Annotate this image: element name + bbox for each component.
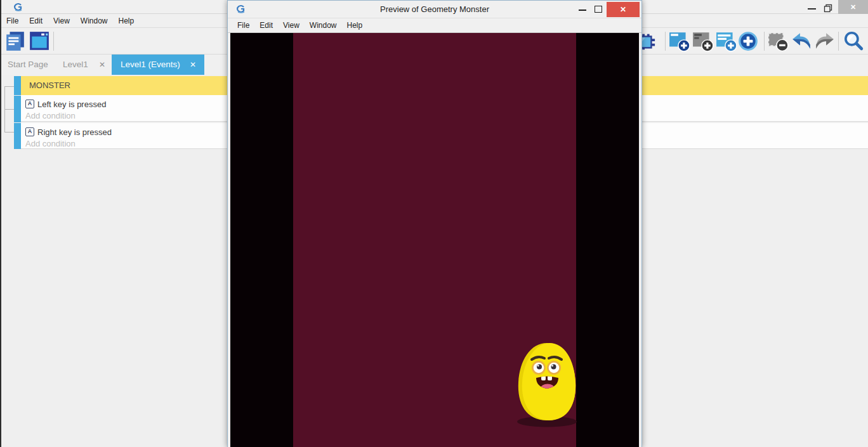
tab-level1[interactable]: Level1 [63,55,88,75]
menu-file[interactable]: File [5,16,20,25]
tab-level1-events-label: Level1 (Events) [121,55,180,75]
event-drag-handle[interactable] [14,76,21,95]
gdevelop-logo-icon [235,4,246,14]
add-other-event-icon[interactable] [737,30,759,52]
minimize-button[interactable] [808,8,816,10]
event-tree-line [4,86,14,87]
event-drag-handle[interactable] [14,96,21,122]
main-window-left-border [0,0,1,447]
event-group-label: MONSTER [29,76,70,95]
toolbar-separator [764,32,765,51]
add-event-icon[interactable] [669,30,690,52]
undo-icon[interactable] [791,30,812,52]
condition-text: Right key is pressed [37,127,112,137]
search-icon[interactable] [843,30,864,52]
redo-icon[interactable] [814,30,836,52]
project-events-icon[interactable] [4,30,26,52]
keyboard-key-icon: A [25,100,34,108]
preview-menubar: File Edit View Window Help [228,18,641,33]
preview-window: Preview of Geometry Monster ✕ File Edit … [227,0,642,447]
keyboard-key-icon: A [25,127,34,136]
close-button[interactable]: ✕ [838,0,868,14]
event-tree-line [4,132,14,133]
menu-view[interactable]: View [52,16,71,25]
menu-window[interactable]: Window [79,16,109,25]
add-comment-icon[interactable] [716,30,737,52]
scene-window-icon[interactable] [29,30,50,52]
delete-event-icon[interactable] [767,30,789,52]
gdevelop-app: ✕ File Edit View Window Help [0,0,868,447]
event-tree-line [4,109,14,110]
preview-menu-edit[interactable]: Edit [258,21,274,30]
game-viewport[interactable] [230,33,639,447]
menu-help[interactable]: Help [117,16,136,25]
restore-button[interactable] [824,4,832,13]
add-subevent-icon[interactable] [692,30,714,52]
tab-start-page[interactable]: Start Page [8,55,48,75]
preview-titlebar[interactable]: Preview of Geometry Monster ✕ [228,1,641,18]
toolbar-separator [665,32,666,51]
toolbar-separator [53,32,54,51]
event-drag-handle[interactable] [14,123,21,149]
tab-level1-events[interactable]: Level1 (Events) ✕ [112,55,204,75]
preview-minimize-button[interactable] [579,10,586,11]
condition-text: Left key is pressed [37,100,106,109]
preview-maximize-button[interactable] [595,6,602,13]
preview-menu-view[interactable]: View [282,21,301,30]
preview-window-title: Preview of Geometry Monster [304,1,565,18]
gdevelop-logo-icon [13,3,23,12]
toolbar-separator [838,32,839,51]
preview-menu-window[interactable]: Window [308,21,338,30]
preview-close-button[interactable]: ✕ [607,2,640,17]
tab-level1-close-icon[interactable]: ✕ [99,55,105,75]
preview-menu-file[interactable]: File [236,21,251,30]
monster-sprite [514,339,584,428]
preview-menu-help[interactable]: Help [346,21,364,30]
menu-edit[interactable]: Edit [28,16,44,25]
tab-level1-events-close-icon[interactable]: ✕ [190,55,196,75]
